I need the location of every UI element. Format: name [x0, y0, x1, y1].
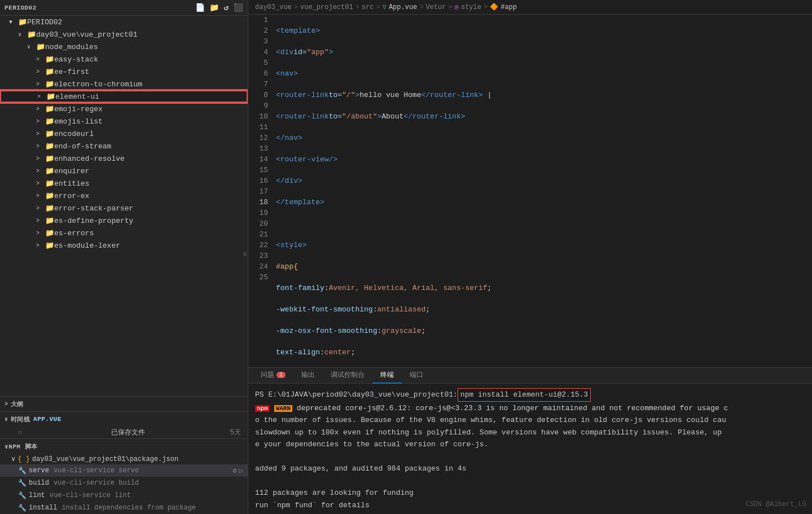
script-cmd: vue-cli-service serve	[54, 467, 139, 475]
tab-output[interactable]: 输出	[293, 368, 323, 384]
script-name: build	[29, 479, 49, 487]
arrow-icon: ∨	[27, 43, 36, 50]
ln-24: 24	[248, 261, 268, 272]
folder-icon: 📁	[45, 154, 54, 163]
tree-item-entities[interactable]: > 📁 entities	[0, 177, 248, 190]
npm-script-lint[interactable]: 🔧 lint vue-cli-service lint	[0, 489, 248, 502]
tree-item-emojis-list[interactable]: > 📁 emojis-list	[0, 115, 248, 128]
editor-panel: day03_vue > vue_project01 > src > ▽ App.…	[248, 0, 812, 514]
tree-item-encodeurl[interactable]: > 📁 encodeurl	[0, 128, 248, 140]
npm-script-serve[interactable]: 🔧 serve vue-cli-service serve ⚙ ▷	[0, 464, 248, 477]
bc-project: vue_project01	[300, 3, 353, 11]
arrow-icon: >	[36, 156, 45, 162]
outline-label: 大纲	[11, 400, 24, 408]
arrow-icon: >	[37, 94, 46, 100]
line-text: added 9 packages, and audited 984 packag…	[255, 464, 466, 473]
tree-item-element-ui[interactable]: > 📁 element-ui	[0, 90, 248, 103]
code-line-9: </template>	[276, 197, 812, 208]
new-file-icon[interactable]: 📄	[195, 3, 205, 12]
collapse-icon[interactable]: ⬛	[234, 3, 244, 12]
tree-label: ee-first	[54, 68, 89, 76]
tree-item-node-modules[interactable]: ∨ 📁 node_modules	[0, 41, 248, 53]
tree-label: entities	[54, 179, 89, 188]
folder-icon: 📁	[45, 216, 54, 225]
code-line-2: <div id="app">	[276, 47, 812, 58]
tree-item-enquirer[interactable]: > 📁 enquirer	[0, 165, 248, 177]
timeline-section: ∨ 时间线 App.vue ○ 已保存文件 5天	[0, 411, 248, 438]
tab-debug-console[interactable]: 调试控制台	[323, 368, 372, 384]
run-icon[interactable]: ▷	[239, 467, 243, 475]
saved-label: 已保存文件	[111, 428, 145, 437]
saved-time: 5天	[230, 428, 241, 437]
sep6: >	[484, 3, 488, 11]
code-editor: 1 2 3 4 5 6 7 8 9 10 11 12 13 14 15 16 1	[248, 15, 812, 367]
timeline-label: 时间线	[11, 415, 30, 424]
outline-header[interactable]: > 大纲	[0, 397, 248, 411]
folder-icon: 📁	[45, 129, 54, 138]
code-line-16: text-align: center;	[276, 347, 812, 358]
tree-label: element-ui	[55, 93, 99, 101]
tree-item-emoji-regex[interactable]: > 📁 emoji-regex	[0, 103, 248, 115]
npm-section: ∨ NPM 脚本 ∨ { } day03_vue\vue_project01\p…	[0, 438, 248, 514]
ln-18: 18	[248, 197, 268, 208]
tree-item-electron[interactable]: > 📁 electron-to-chromium	[0, 78, 248, 90]
tab-problems[interactable]: 问题 1	[253, 368, 293, 384]
npm-badge: npm	[255, 405, 270, 412]
arrow-icon: >	[36, 118, 45, 125]
timeline-file: App.vue	[33, 416, 62, 423]
folder-icon: 📁	[46, 92, 55, 101]
tree-item-es-module-lexer[interactable]: > 📁 es-module-lexer	[0, 239, 248, 252]
script-name: lint	[29, 491, 45, 499]
terminal-funding-line: 112 packages are looking for funding	[255, 487, 805, 499]
gear-icon[interactable]: ⚙	[233, 467, 237, 475]
code-area[interactable]: 1 2 3 4 5 6 7 8 9 10 11 12 13 14 15 16 1	[248, 15, 812, 367]
terminal-content[interactable]: PS E:\01JAVA\period02\day03_vue\vue_proj…	[248, 384, 812, 514]
npm-script-build[interactable]: 🔧 build vue-cli-service build	[0, 477, 248, 489]
code-line-8: </div>	[276, 175, 812, 186]
ln-14: 14	[248, 154, 268, 165]
tree-item-es-define[interactable]: > 📁 es-define-property	[0, 214, 248, 227]
script-name: install	[29, 504, 57, 512]
package-label: day03_vue\vue_project01\package.json	[32, 455, 178, 463]
ln-7: 7	[248, 79, 268, 90]
code-line-6: </nav>	[276, 133, 812, 143]
timeline-header[interactable]: ∨ 时间线 App.vue	[0, 412, 248, 427]
script-left: 🔧 lint vue-cli-service lint	[18, 491, 131, 500]
code-content[interactable]: <template> <div id="app"> <nav> <router-…	[274, 15, 812, 367]
line-text: e your dependencies to the actual versio…	[255, 440, 488, 449]
tree-item-enhanced-resolve[interactable]: > 📁 enhanced-resolve	[0, 152, 248, 165]
line-text: 112 packages are looking for funding	[255, 489, 414, 497]
bc-appvue: App.vue	[389, 3, 417, 11]
terminal-line-3: slowdown up to 100x even if nothing is p…	[255, 427, 805, 438]
tree-item-end-of-stream[interactable]: > 📁 end-of-stream	[0, 140, 248, 152]
tab-terminal[interactable]: 终端	[372, 368, 402, 384]
tree-item-easy-stack[interactable]: > 📁 easy-stack	[0, 53, 248, 65]
tree-item-day03[interactable]: ∨ 📁 day03_vue\vue_project01	[0, 28, 248, 41]
tree-item-error-stack-parser[interactable]: > 📁 error-stack-parser	[0, 202, 248, 214]
bc-hash-app: #app	[501, 3, 517, 11]
arrow-icon: >	[36, 181, 45, 187]
tree-item-ee-first[interactable]: > 📁 ee-first	[0, 65, 248, 78]
script-left: 🔧 serve vue-cli-service serve	[18, 467, 139, 475]
npm-script-install[interactable]: 🔧 install install dependencies from pack…	[0, 502, 248, 514]
tab-ports[interactable]: 端口	[402, 368, 431, 384]
tree-label: day03_vue\vue_project01	[36, 30, 137, 39]
tree-item-es-errors[interactable]: > 📁 es-errors	[0, 227, 248, 239]
tree-item-error-ex[interactable]: > 📁 error-ex	[0, 190, 248, 202]
wrench-icon: 🔧	[18, 467, 27, 475]
refresh-icon[interactable]: ↺	[224, 3, 229, 12]
ln-2: 2	[248, 25, 268, 36]
terminal-line-2: o the number of issues. Because of the V…	[255, 415, 805, 426]
scrollbar-thumb[interactable]	[243, 252, 247, 256]
code-line-3: <nav>	[276, 68, 812, 79]
timeline-arrow: ∨	[5, 416, 8, 423]
new-folder-icon[interactable]: 📁	[209, 3, 220, 12]
tree-item-period02[interactable]: ▼ 📁 PERIOD02	[0, 16, 248, 28]
outline-section: > 大纲	[0, 396, 248, 411]
npm-header[interactable]: ∨ NPM 脚本	[0, 439, 248, 454]
ln-16: 16	[248, 175, 268, 186]
arrow-icon: >	[36, 168, 45, 174]
tab-output-label: 输出	[301, 370, 315, 380]
outline-arrow: >	[5, 401, 8, 407]
npm-package[interactable]: ∨ { } day03_vue\vue_project01\package.js…	[0, 454, 248, 464]
